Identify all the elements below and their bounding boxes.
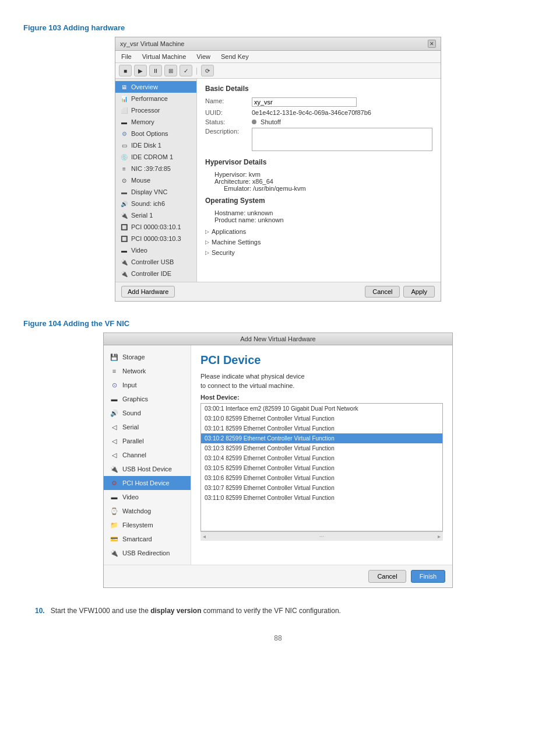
sidebar-item-ide-disk[interactable]: ▭ IDE Disk 1 xyxy=(115,139,196,151)
serial-icon: 🔌 xyxy=(120,211,128,219)
filesystem-icon: 📁 xyxy=(110,520,119,530)
device-item-3[interactable]: 03:10:2 82599 Ethernet Controller Virtua… xyxy=(201,433,442,443)
sidebar-item-label: Performance xyxy=(131,95,168,102)
toolbar-refresh-btn[interactable]: ⟳ xyxy=(201,65,214,76)
scrollbar-area: ◂ ··· ▸ xyxy=(200,531,443,541)
close-icon[interactable]: ✕ xyxy=(428,40,436,48)
sound-icon: 🔊 xyxy=(110,408,119,418)
sidebar-item-display-vnc[interactable]: ▬ Display VNC xyxy=(115,186,196,198)
device-item-9[interactable]: 03:11:0 82599 Ethernet Controller Virtua… xyxy=(201,493,442,503)
hypervisor-kvm: Hypervisor: kvm xyxy=(214,171,432,178)
hw-sidebar-item-parallel[interactable]: ◁ Parallel xyxy=(104,434,191,448)
hw-sidebar-item-sound[interactable]: 🔊 Sound xyxy=(104,406,191,420)
vm-titlebar: xy_vsr Virtual Machine ✕ xyxy=(115,37,441,51)
sidebar-item-video[interactable]: ▬ Video xyxy=(115,244,196,256)
device-item-2[interactable]: 03:10:1 82599 Ethernet Controller Virtua… xyxy=(201,424,442,433)
step-number: 10. xyxy=(35,607,45,615)
menu-view[interactable]: View xyxy=(194,52,213,61)
hw-sidebar-item-input[interactable]: ⊙ Input xyxy=(104,378,191,392)
sidebar-item-pci2[interactable]: 🔲 PCI 0000:03:10.3 xyxy=(115,233,196,244)
sidebar-item-label: Video xyxy=(131,247,147,254)
sidebar-item-controller-usb[interactable]: 🔌 Controller USB xyxy=(115,256,196,268)
toolbar-pause-btn[interactable]: ⏸ xyxy=(149,65,162,76)
toolbar-snapshot-btn[interactable]: ⊞ xyxy=(164,65,177,76)
sidebar-label: Channel xyxy=(122,452,146,459)
pci-device-title: PCI Device xyxy=(200,354,443,367)
toolbar-check-btn[interactable]: ✓ xyxy=(180,65,192,76)
menu-virtual-machine[interactable]: Virtual Machine xyxy=(140,52,189,61)
add-hardware-button[interactable]: Add Hardware xyxy=(121,286,175,298)
sidebar-item-label: Mouse xyxy=(131,177,150,184)
finish-button[interactable]: Finish xyxy=(411,570,445,583)
sidebar-item-overview[interactable]: 🖥 Overview xyxy=(115,81,196,93)
architecture: Architecture: x86_64 xyxy=(214,178,432,185)
emulator: Emulator: /usr/bin/qemu-kvm xyxy=(224,185,432,192)
apply-button[interactable]: Apply xyxy=(403,286,435,298)
sidebar-item-serial[interactable]: 🔌 Serial 1 xyxy=(115,209,196,221)
device-item-8[interactable]: 03:10:7 82599 Ethernet Controller Virtua… xyxy=(201,483,442,493)
toolbar-stop-btn[interactable]: ■ xyxy=(119,65,132,76)
hw-sidebar-item-channel[interactable]: ◁ Channel xyxy=(104,448,191,462)
boot-options-icon: ⚙ xyxy=(120,130,128,138)
hw-sidebar-item-filesystem[interactable]: 📁 Filesystem xyxy=(104,518,191,532)
expand-label-security: Security xyxy=(212,249,235,256)
device-item-0[interactable]: 03:00:1 Interface em2 (82599 10 Gigabit … xyxy=(201,404,442,414)
scroll-left[interactable]: ◂ xyxy=(203,533,206,540)
hw-titlebar: Add New Virtual Hardware xyxy=(104,333,452,345)
sidebar-label: Input xyxy=(122,382,136,388)
cancel-button[interactable]: Cancel xyxy=(365,286,400,298)
sidebar-item-boot-options[interactable]: ⚙ Boot Options xyxy=(115,128,196,139)
hw-sidebar-item-graphics[interactable]: ▬ Graphics xyxy=(104,392,191,406)
hw-sidebar-item-watchdog[interactable]: ⌚ Watchdog xyxy=(104,504,191,518)
vm-menubar: File Virtual Machine View Send Key xyxy=(115,51,441,63)
device-item-6[interactable]: 03:10:5 82599 Ethernet Controller Virtua… xyxy=(201,463,442,473)
device-list[interactable]: 03:00:1 Interface em2 (82599 10 Gigabit … xyxy=(200,403,443,531)
scroll-dots: ··· xyxy=(319,533,324,540)
sidebar-item-controller-ide[interactable]: 🔌 Controller IDE xyxy=(115,268,196,279)
toolbar-play-btn[interactable]: ▶ xyxy=(134,65,147,76)
scroll-right[interactable]: ▸ xyxy=(438,533,441,540)
sidebar-item-memory[interactable]: ▬ Memory xyxy=(115,116,196,128)
sidebar-item-pci1[interactable]: 🔲 PCI 0000:03:10.1 xyxy=(115,221,196,233)
expand-machine-settings[interactable]: ▷ Machine Settings xyxy=(205,239,432,246)
sidebar-label: Graphics xyxy=(122,396,148,402)
cancel-button-104[interactable]: Cancel xyxy=(368,570,406,583)
sidebar-item-ide-cdrom[interactable]: 💿 IDE CDROM 1 xyxy=(115,151,196,163)
menu-file[interactable]: File xyxy=(119,52,134,61)
controller-ide-icon: 🔌 xyxy=(120,270,128,278)
sidebar-item-processor[interactable]: ⬜ Processor xyxy=(115,104,196,116)
graphics-icon: ▬ xyxy=(110,394,119,404)
sidebar-item-mouse[interactable]: ⊙ Mouse xyxy=(115,174,196,186)
status-row: Status: Shutoff xyxy=(205,118,432,125)
sidebar-label: USB Redirection xyxy=(122,550,170,556)
hw-sidebar-item-usb-redirection[interactable]: 🔌 USB Redirection xyxy=(104,546,191,560)
hw-sidebar-item-pci-host[interactable]: ⚙ PCI Host Device xyxy=(104,476,191,490)
smartcard-icon: 💳 xyxy=(110,534,119,544)
expand-security[interactable]: ▷ Security xyxy=(205,249,432,256)
hw-sidebar-item-storage[interactable]: 💾 Storage xyxy=(104,350,191,364)
sidebar-item-sound[interactable]: 🔊 Sound: ich6 xyxy=(115,198,196,209)
usb-host-icon: 🔌 xyxy=(110,464,119,474)
device-item-5[interactable]: 03:10:4 82599 Ethernet Controller Virtua… xyxy=(201,453,442,463)
page-number: 88 xyxy=(23,634,533,642)
hw-sidebar-item-serial[interactable]: ◁ Serial xyxy=(104,420,191,434)
expand-applications[interactable]: ▷ Applications xyxy=(205,228,432,235)
menu-send-key[interactable]: Send Key xyxy=(219,52,251,61)
vm-body: 🖥 Overview 📊 Performance ⬜ Processor ▬ M… xyxy=(115,79,441,282)
hw-sidebar-item-smartcard[interactable]: 💳 Smartcard xyxy=(104,532,191,546)
sidebar-item-label: Processor xyxy=(131,107,160,114)
sidebar-label: Filesystem xyxy=(122,522,153,528)
hw-window: Add New Virtual Hardware 💾 Storage ≡ Net… xyxy=(103,332,453,588)
description-input[interactable] xyxy=(252,128,432,151)
sidebar-item-nic[interactable]: ≡ NIC :39:7d:85 xyxy=(115,163,196,174)
display-vnc-icon: ▬ xyxy=(120,188,128,196)
name-value xyxy=(252,97,432,107)
hw-sidebar-item-network[interactable]: ≡ Network xyxy=(104,364,191,378)
sidebar-item-performance[interactable]: 📊 Performance xyxy=(115,93,196,104)
device-item-1[interactable]: 03:10:0 82599 Ethernet Controller Virtua… xyxy=(201,414,442,424)
device-item-7[interactable]: 03:10:6 82599 Ethernet Controller Virtua… xyxy=(201,473,442,483)
hw-sidebar-item-video[interactable]: ▬ Video xyxy=(104,490,191,504)
device-item-4[interactable]: 03:10:3 82599 Ethernet Controller Virtua… xyxy=(201,443,442,453)
hw-sidebar-item-usb-host[interactable]: 🔌 USB Host Device xyxy=(104,462,191,476)
name-input[interactable] xyxy=(252,97,357,107)
